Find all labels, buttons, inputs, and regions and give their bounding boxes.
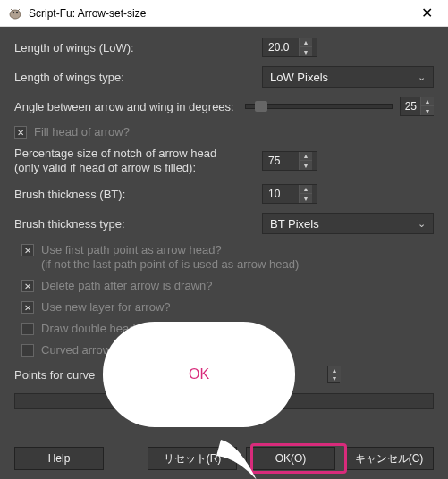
- points-up[interactable]: ▲: [328, 366, 341, 374]
- notch-label: Percentage size of notch of arrow head(o…: [14, 147, 216, 175]
- bt-type-dropdown[interactable]: BT Pixels ⌄: [262, 213, 434, 234]
- slider-thumb[interactable]: [255, 101, 267, 112]
- angle-value: 25: [401, 100, 420, 113]
- chevron-down-icon: ⌄: [418, 71, 426, 83]
- angle-down[interactable]: ▼: [421, 106, 434, 115]
- first-path-label: Use first path point as arrow head? (if …: [41, 243, 299, 272]
- notch-spinner[interactable]: ▲ ▼: [262, 151, 317, 171]
- bt-down[interactable]: ▼: [300, 194, 312, 203]
- angle-label: Angle between arrow and wing in degrees:: [14, 100, 234, 113]
- titlebar: Script-Fu: Arrow-set-size ✕: [0, 0, 448, 27]
- notch-up[interactable]: ▲: [300, 152, 312, 161]
- help-button[interactable]: Help: [14, 447, 104, 470]
- angle-spinner[interactable]: 25 ▲ ▼: [400, 97, 434, 116]
- window-title: Script-Fu: Arrow-set-size: [29, 7, 409, 20]
- low-input[interactable]: [263, 41, 299, 54]
- app-icon: [7, 5, 23, 21]
- fill-head-checkbox[interactable]: ✕: [14, 126, 27, 139]
- first-path-checkbox[interactable]: ✕: [21, 244, 34, 256]
- bubble-text: OK: [189, 366, 209, 382]
- notch-input[interactable]: [263, 155, 299, 167]
- bt-spinner[interactable]: ▲ ▼: [262, 184, 317, 204]
- angle-slider[interactable]: [245, 104, 393, 109]
- svg-point-2: [16, 11, 18, 13]
- new-layer-label: Use new layer for arrow?: [41, 300, 171, 315]
- delete-path-label: Delete path after arrow is drawn?: [41, 279, 212, 293]
- angle-up[interactable]: ▲: [421, 97, 434, 106]
- low-type-label: Length of wings type:: [14, 71, 124, 84]
- curved-checkbox[interactable]: [21, 344, 34, 357]
- svg-point-0: [10, 10, 21, 19]
- close-button[interactable]: ✕: [409, 1, 444, 26]
- bt-label: Brush thickness (BT):: [14, 188, 125, 201]
- low-spinner[interactable]: ▲ ▼: [262, 38, 317, 57]
- points-curve-spinner[interactable]: ▲ ▼: [327, 366, 340, 383]
- bt-up[interactable]: ▲: [300, 185, 312, 194]
- new-layer-checkbox[interactable]: ✕: [21, 301, 34, 314]
- low-type-value: LoW Pixels: [270, 71, 418, 84]
- double-head-checkbox[interactable]: [21, 323, 34, 335]
- dialog-content: Length of wings (LoW): ▲ ▼ Length of win…: [0, 27, 448, 479]
- low-down[interactable]: ▼: [300, 47, 312, 56]
- low-up[interactable]: ▲: [300, 38, 312, 47]
- low-type-dropdown[interactable]: LoW Pixels ⌄: [262, 66, 434, 88]
- speech-bubble: OK: [103, 322, 300, 447]
- notch-down[interactable]: ▼: [300, 161, 312, 170]
- points-curve-label: Points for curve: [14, 368, 95, 382]
- points-down[interactable]: ▼: [328, 374, 341, 382]
- bt-input[interactable]: [263, 188, 299, 200]
- cancel-button[interactable]: キャンセル(C): [344, 447, 434, 470]
- fill-head-label: Fill head of arrow?: [34, 125, 130, 139]
- low-label: Length of wings (LoW):: [14, 41, 134, 55]
- svg-point-1: [13, 11, 14, 13]
- bt-type-value: BT Pixels: [270, 217, 418, 231]
- bt-type-label: Brush thickness type:: [14, 217, 125, 231]
- chevron-down-icon: ⌄: [418, 218, 426, 230]
- delete-path-checkbox[interactable]: ✕: [21, 280, 34, 292]
